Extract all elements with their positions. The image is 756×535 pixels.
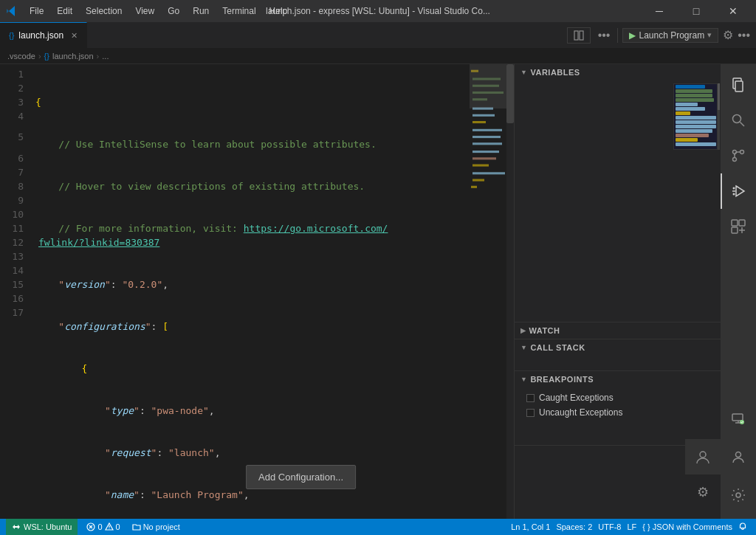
editor-area[interactable]: 1 2 3 4 5 6 7 8 9 10 11 12 13 14 15 16 1… xyxy=(0,64,514,519)
svg-point-38 xyxy=(109,528,109,529)
svg-point-35 xyxy=(736,452,741,458)
account-icon xyxy=(730,449,746,465)
call-stack-label: CALL STACK xyxy=(530,343,585,352)
breakpoints-header[interactable]: ▼ BREAKPOINTS xyxy=(515,371,721,387)
menu-selection[interactable]: Selection xyxy=(80,4,128,18)
code-editor[interactable]: { // Use IntelliSense to learn about pos… xyxy=(30,64,470,519)
call-stack-header[interactable]: ▼ CALL STACK xyxy=(515,339,721,356)
spaces-status[interactable]: Spaces: 2 xyxy=(553,522,595,531)
remote-icon[interactable] xyxy=(721,401,756,436)
variables-content xyxy=(515,80,721,322)
code-line-2: // Use IntelliSense to learn about possi… xyxy=(35,137,470,151)
svg-point-25 xyxy=(740,151,744,154)
sidebar-item-extensions[interactable] xyxy=(721,209,756,244)
variables-chevron: ▼ xyxy=(520,69,527,76)
line-ending-status[interactable]: LF xyxy=(625,522,640,531)
sidebar-item-run-debug[interactable] xyxy=(721,173,756,209)
account-icon[interactable] xyxy=(685,439,721,474)
project-label: No project xyxy=(143,522,180,531)
debug-panel: ▼ VARIABLES xyxy=(514,64,721,519)
mini-editor-preview xyxy=(673,83,718,150)
svg-point-36 xyxy=(736,493,740,497)
breadcrumb-icon: {} xyxy=(44,52,49,61)
cursor-position: Ln 1, Col 1 xyxy=(511,522,550,531)
toolbar-more-icon[interactable]: ••• xyxy=(738,29,750,42)
svg-rect-21 xyxy=(735,81,743,92)
list-item: Uncaught Exceptions xyxy=(515,405,721,420)
sidebar-item-explorer[interactable] xyxy=(721,67,756,103)
tab-launch-json[interactable]: {} launch.json ✕ xyxy=(0,22,87,48)
svg-rect-31 xyxy=(739,220,745,226)
more-tabs-icon[interactable]: ••• xyxy=(595,29,614,42)
encoding-status[interactable]: UTF-8 xyxy=(595,522,624,531)
code-line-7: { xyxy=(35,362,470,376)
menu-edit[interactable]: Edit xyxy=(51,4,78,18)
tab-close-icon[interactable]: ✕ xyxy=(71,31,78,41)
breadcrumb: .vscode › {} launch.json › ... xyxy=(0,48,756,64)
menu-run[interactable]: Run xyxy=(187,4,215,18)
editor-scrollbar[interactable] xyxy=(506,64,514,519)
svg-rect-15 xyxy=(472,157,496,159)
menu-terminal[interactable]: Terminal xyxy=(216,4,261,18)
watch-header[interactable]: ▶ WATCH xyxy=(515,322,721,339)
breadcrumb-more[interactable]: ... xyxy=(102,52,109,61)
svg-rect-17 xyxy=(472,172,505,174)
window-title: launch.json - express [WSL: Ubuntu] - Vi… xyxy=(266,6,490,16)
add-configuration-button[interactable]: Add Configuration... xyxy=(246,465,356,489)
variables-header[interactable]: ▼ VARIABLES xyxy=(515,64,721,80)
svg-rect-30 xyxy=(732,220,738,226)
svg-point-28 xyxy=(733,193,735,196)
svg-point-27 xyxy=(733,187,735,190)
launch-label: Launch Program xyxy=(639,30,704,41)
code-line-10: "name": "Launch Program", xyxy=(35,488,470,502)
activity-bar xyxy=(721,64,756,519)
encoding-label: UTF-8 xyxy=(598,522,621,531)
scrollbar-thumb[interactable] xyxy=(506,64,514,123)
account-button[interactable] xyxy=(721,439,756,474)
app-icon xyxy=(6,5,18,17)
breadcrumb-file[interactable]: launch.json xyxy=(52,52,94,61)
remote-status[interactable]: WSL: Ubuntu xyxy=(6,519,78,535)
tab-toolbar-area: {} launch.json ✕ ••• ▶ Launch Program ▾ … xyxy=(0,22,756,48)
no-project-status[interactable]: No project xyxy=(129,519,183,535)
person-icon xyxy=(695,449,711,465)
menu-go[interactable]: Go xyxy=(162,4,185,18)
language-label: { } JSON with Comments xyxy=(642,522,732,531)
language-status[interactable]: { } JSON with Comments xyxy=(639,522,735,531)
dropdown-icon: ▾ xyxy=(707,30,712,40)
code-line-3: // Hover to view descriptions of existin… xyxy=(35,179,470,193)
close-button[interactable]: ✕ xyxy=(716,0,750,22)
sidebar-item-source-control[interactable] xyxy=(721,138,756,173)
debug-panel-bottom: ⚙ xyxy=(515,446,721,520)
manage-icon[interactable]: ⚙ xyxy=(685,474,721,510)
launch-program-button[interactable]: ▶ Launch Program ▾ xyxy=(622,28,718,43)
settings-button[interactable] xyxy=(721,477,756,513)
warnings-count: 0 xyxy=(116,522,120,531)
svg-point-22 xyxy=(733,115,741,123)
call-stack-chevron: ▼ xyxy=(520,344,527,351)
debug-scrollbar-thumb xyxy=(718,83,720,110)
minimize-button[interactable]: ─ xyxy=(642,0,676,22)
errors-status[interactable]: 0 0 xyxy=(83,519,123,535)
split-editor-button[interactable] xyxy=(567,27,591,44)
svg-rect-12 xyxy=(472,136,501,138)
uncaught-exceptions-checkbox[interactable] xyxy=(526,409,535,417)
menu-file[interactable]: File xyxy=(24,4,49,18)
folder-icon xyxy=(132,522,141,531)
notifications-bell[interactable] xyxy=(735,522,750,531)
svg-rect-33 xyxy=(732,414,743,421)
sidebar-item-search[interactable] xyxy=(721,103,756,138)
maximize-button[interactable]: □ xyxy=(679,0,713,22)
editor-container: 1 2 3 4 5 6 7 8 9 10 11 12 13 14 15 16 1… xyxy=(0,64,514,519)
breadcrumb-vscode[interactable]: .vscode xyxy=(7,52,35,61)
code-line-9: "request": "launch", xyxy=(35,446,470,460)
bell-icon xyxy=(738,522,747,531)
svg-rect-1 xyxy=(580,31,583,40)
remote-status-icon xyxy=(12,522,21,531)
position-status[interactable]: Ln 1, Col 1 xyxy=(508,522,553,531)
code-line-6: "configurations": [ xyxy=(35,320,470,334)
menu-view[interactable]: View xyxy=(129,4,160,18)
settings-icon[interactable]: ⚙ xyxy=(723,28,733,42)
caught-exceptions-checkbox[interactable] xyxy=(526,394,535,402)
error-icon xyxy=(86,522,95,531)
